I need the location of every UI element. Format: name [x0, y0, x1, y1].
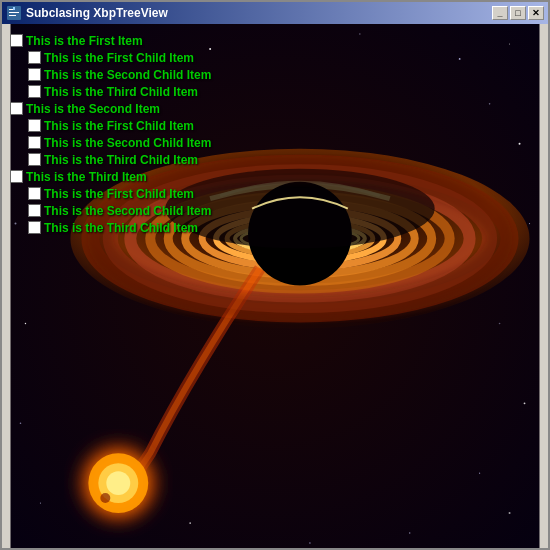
checkbox-child-2-1[interactable]	[28, 204, 41, 217]
tree-root-label-2: This is the Third Item	[26, 170, 147, 184]
checkbox-root-2[interactable]	[10, 170, 23, 183]
checkbox-child-1-0[interactable]	[28, 119, 41, 132]
tree-child-label-0-1: This is the Second Child Item	[44, 68, 211, 82]
tree-child-label-1-0: This is the First Child Item	[44, 119, 194, 133]
window-title: Subclasing XbpTreeView	[26, 6, 168, 20]
tree-children-1: This is the First Child ItemThis is the …	[10, 117, 211, 168]
svg-point-9	[359, 33, 360, 34]
app-icon	[6, 5, 22, 21]
svg-point-22	[40, 502, 41, 503]
tree-child-row-2-0[interactable]: This is the First Child Item	[28, 185, 211, 202]
tree-child-row-0-1[interactable]: This is the Second Child Item	[28, 66, 211, 83]
svg-point-15	[499, 323, 501, 325]
tree-child-label-0-2: This is the Third Child Item	[44, 85, 198, 99]
main-window: Subclasing XbpTreeView _ □ ✕	[0, 0, 550, 550]
content-area: This is the First ItemThis is the First …	[2, 24, 548, 548]
svg-point-23	[20, 422, 22, 424]
tree-child-label-0-0: This is the First Child Item	[44, 51, 194, 65]
tree-root-item-2: This is the Third ItemThis is the First …	[10, 168, 211, 236]
tree-child-row-0-0[interactable]: This is the First Child Item	[28, 49, 211, 66]
tree-child-row-1-2[interactable]: This is the Third Child Item	[28, 151, 211, 168]
svg-rect-1	[9, 9, 13, 10]
checkbox-child-2-2[interactable]	[28, 221, 41, 234]
svg-rect-3	[9, 15, 16, 16]
tree-root-item-0: This is the First ItemThis is the First …	[10, 32, 211, 100]
svg-rect-4	[13, 7, 15, 10]
tree-root-row-1[interactable]: This is the Second Item	[10, 100, 211, 117]
checkbox-child-0-0[interactable]	[28, 51, 41, 64]
tree-child-label-1-1: This is the Second Child Item	[44, 136, 211, 150]
checkbox-child-0-2[interactable]	[28, 85, 41, 98]
tree-child-row-2-1[interactable]: This is the Second Child Item	[28, 202, 211, 219]
tree-child-row-1-1[interactable]: This is the Second Child Item	[28, 134, 211, 151]
tree-children-2: This is the First Child ItemThis is the …	[10, 185, 211, 236]
tree-child-label-1-2: This is the Third Child Item	[44, 153, 198, 167]
checkbox-root-1[interactable]	[10, 102, 23, 115]
tree-root-row-2[interactable]: This is the Third Item	[10, 168, 211, 185]
close-button[interactable]: ✕	[528, 6, 544, 20]
tree-child-row-2-2[interactable]: This is the Third Child Item	[28, 219, 211, 236]
svg-point-24	[25, 323, 26, 324]
svg-point-19	[409, 532, 410, 533]
tree-root-row-0[interactable]: This is the First Item	[10, 32, 211, 49]
checkbox-child-1-2[interactable]	[28, 153, 41, 166]
title-bar-buttons: _ □ ✕	[492, 6, 544, 20]
title-bar: Subclasing XbpTreeView _ □ ✕	[2, 2, 548, 24]
svg-point-17	[479, 473, 480, 474]
svg-point-16	[524, 402, 526, 404]
minimize-button[interactable]: _	[492, 6, 508, 20]
title-bar-left: Subclasing XbpTreeView	[6, 5, 168, 21]
tree-children-0: This is the First Child ItemThis is the …	[10, 49, 211, 100]
svg-point-18	[509, 512, 511, 514]
checkbox-child-0-1[interactable]	[28, 68, 41, 81]
checkbox-child-1-1[interactable]	[28, 136, 41, 149]
svg-rect-2	[9, 12, 19, 13]
svg-point-11	[509, 43, 510, 44]
svg-point-10	[459, 58, 461, 60]
tree-child-row-1-0[interactable]: This is the First Child Item	[28, 117, 211, 134]
tree-child-label-2-2: This is the Third Child Item	[44, 221, 198, 235]
svg-point-21	[189, 522, 191, 524]
checkbox-root-0[interactable]	[10, 34, 23, 47]
tree-view: This is the First ItemThis is the First …	[6, 28, 215, 240]
svg-point-14	[529, 223, 530, 224]
svg-point-46	[100, 493, 110, 503]
svg-point-20	[309, 542, 311, 544]
tree-child-label-2-1: This is the Second Child Item	[44, 204, 211, 218]
tree-root-label-0: This is the First Item	[26, 34, 143, 48]
tree-child-row-0-2[interactable]: This is the Third Child Item	[28, 83, 211, 100]
svg-point-12	[489, 103, 491, 105]
tree-root-item-1: This is the Second ItemThis is the First…	[10, 100, 211, 168]
svg-point-45	[106, 471, 130, 495]
maximize-button[interactable]: □	[510, 6, 526, 20]
tree-child-label-2-0: This is the First Child Item	[44, 187, 194, 201]
svg-point-13	[519, 143, 521, 145]
checkbox-child-2-0[interactable]	[28, 187, 41, 200]
tree-root-label-1: This is the Second Item	[26, 102, 160, 116]
